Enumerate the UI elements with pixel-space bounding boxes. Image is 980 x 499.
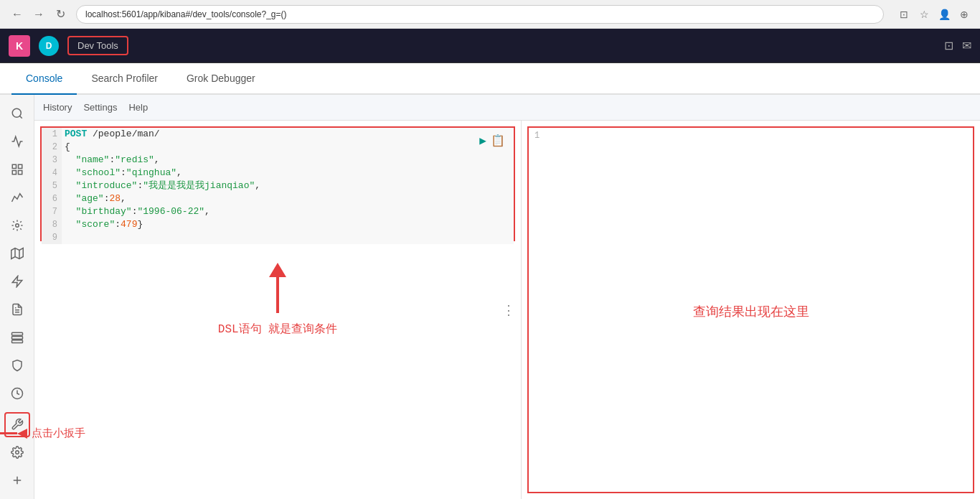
svg-point-16 — [15, 451, 19, 454]
three-dot-menu[interactable]: ⋮ — [502, 302, 515, 318]
sidebar-annotation: 点击小扳手 — [0, 426, 85, 440]
refresh-button[interactable]: ↻ — [52, 6, 69, 23]
sidebar-icon-discover[interactable] — [4, 101, 30, 126]
result-placeholder: 查询结果出现在这里 — [529, 144, 973, 479]
kibana-header: K D Dev Tools ⊡ ✉ — [0, 29, 980, 63]
address-bar[interactable]: localhost:5601/app/kibana#/dev_tools/con… — [76, 5, 884, 24]
code-editor[interactable]: 1 POST /people/man/ 2 { 3 "n — [34, 121, 521, 499]
code-line-9: 9 — [42, 231, 514, 244]
svg-rect-3 — [18, 164, 22, 168]
user-avatar[interactable]: D — [39, 36, 59, 56]
sidebar-icon-more[interactable] — [4, 468, 30, 493]
bookmark-icon[interactable]: ☆ — [917, 7, 931, 22]
arrow-shaft — [276, 277, 279, 313]
sidebar-icon-apm[interactable] — [4, 269, 30, 294]
result-line-num: 1 — [529, 128, 973, 144]
right-pane: 1 查询结果出现在这里 — [521, 121, 980, 499]
profile-icon[interactable]: 👤 — [937, 7, 951, 22]
tab-console[interactable]: Console — [11, 63, 77, 95]
main-content: History Settings Help 1 POST /people/man… — [0, 95, 980, 499]
sidebar-icon-management[interactable] — [4, 440, 30, 465]
kibana-logo: K — [9, 35, 30, 57]
run-button[interactable]: ▶ — [479, 134, 486, 148]
help-button[interactable]: Help — [128, 102, 148, 113]
code-line-5: 5 "introduce":"我是是我是我jianqiao", — [42, 179, 514, 192]
code-editor-box[interactable]: 1 POST /people/man/ 2 { 3 "n — [40, 126, 515, 241]
sidebar-label: 点击小扳手 — [32, 426, 85, 440]
svg-point-6 — [15, 224, 19, 228]
header-share-icon[interactable]: ⊡ — [944, 39, 953, 52]
tab-search-profiler[interactable]: Search Profiler — [77, 63, 172, 95]
dsl-annotation: DSL语句 就是查询条件 — [34, 263, 521, 337]
forward-button[interactable]: → — [30, 6, 47, 23]
svg-point-0 — [12, 108, 21, 117]
arrow-head-left — [17, 429, 27, 439]
dsl-label: DSL语句 就是查询条件 — [218, 322, 337, 337]
code-line-7: 7 "birthday":"1996-06-22", — [42, 205, 514, 218]
code-line-8: 8 "score":479} — [42, 218, 514, 231]
result-pane: 1 查询结果出现在这里 — [527, 126, 974, 493]
sidebar-icon-uptime[interactable] — [4, 381, 30, 406]
editor-action-icons: ▶ 📋 — [479, 134, 505, 148]
browser-bar: ← → ↻ localhost:5601/app/kibana#/dev_too… — [0, 0, 980, 29]
left-arrow-container — [0, 429, 27, 439]
sidebar-icon-dashboard[interactable] — [4, 157, 30, 182]
sidebar-icon-infrastructure[interactable] — [4, 325, 30, 350]
history-button[interactable]: History — [43, 102, 72, 113]
svg-rect-14 — [11, 340, 22, 343]
copy-button[interactable]: 📋 — [491, 134, 505, 148]
url-text: localhost:5601/app/kibana#/dev_tools/con… — [85, 9, 287, 19]
sidebar-icon-logs[interactable] — [4, 297, 30, 322]
svg-rect-13 — [11, 337, 22, 340]
left-pane: 1 POST /people/man/ 2 { 3 "n — [34, 121, 521, 499]
svg-rect-4 — [18, 170, 22, 174]
arrow-head — [269, 263, 286, 277]
sidebar-icon-timelion[interactable] — [4, 185, 30, 210]
code-line-4: 4 "school":"qinghua", — [42, 167, 514, 179]
svg-rect-12 — [11, 332, 22, 335]
dev-tools-tab[interactable]: Dev Tools — [67, 36, 128, 55]
tab-grok-debugger[interactable]: Grok Debugger — [172, 63, 270, 95]
settings-button[interactable]: Settings — [83, 102, 117, 113]
svg-marker-7 — [11, 248, 23, 258]
cast-icon[interactable]: ⊡ — [897, 7, 911, 22]
extension-icon[interactable]: ⊕ — [957, 7, 971, 22]
code-line-2: 2 { — [42, 141, 514, 154]
svg-rect-2 — [12, 164, 16, 168]
sidebar-icon-canvas[interactable] — [4, 213, 30, 238]
sidebar-icon-maps[interactable] — [4, 241, 30, 266]
code-line-6: 6 "age":28, — [42, 192, 514, 205]
code-line-1: 1 POST /people/man/ — [42, 128, 514, 141]
code-line-3: 3 "name":"redis", — [42, 154, 514, 167]
split-pane: 1 POST /people/man/ 2 { 3 "n — [34, 121, 980, 499]
editor-toolbar: History Settings Help — [34, 95, 980, 121]
app-container: K D Dev Tools ⊡ ✉ Console Search Profile… — [0, 29, 980, 499]
back-button[interactable]: ← — [9, 6, 26, 23]
svg-rect-5 — [12, 170, 16, 174]
red-arrow — [269, 263, 286, 313]
sidebar-icon-siem[interactable] — [4, 353, 30, 378]
svg-line-1 — [19, 116, 22, 118]
sidebar-icon-visualize[interactable] — [4, 129, 30, 154]
header-mail-icon[interactable]: ✉ — [962, 39, 971, 52]
editor-area: History Settings Help 1 POST /people/man… — [34, 95, 980, 499]
arrow-shaft-horizontal — [0, 432, 17, 434]
tab-bar: Console Search Profiler Grok Debugger — [0, 63, 980, 95]
